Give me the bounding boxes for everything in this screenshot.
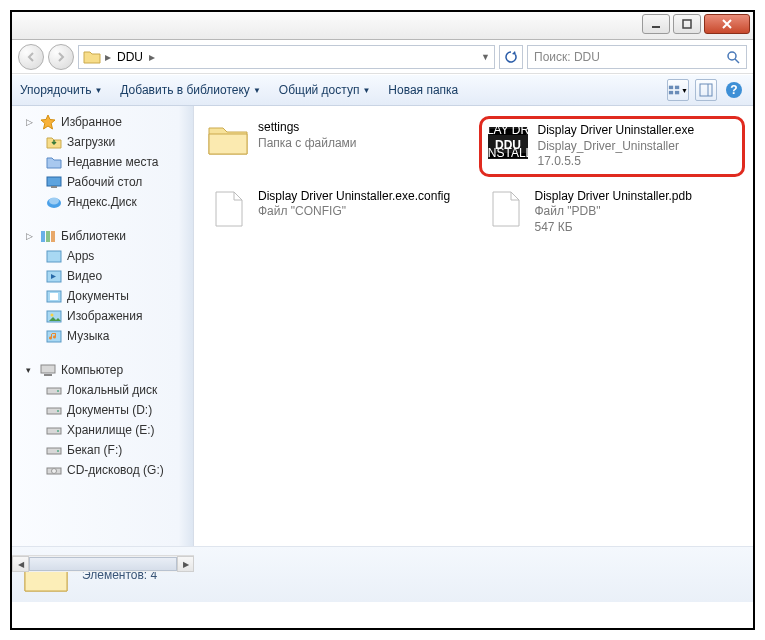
nav-forward-button[interactable] (48, 44, 74, 70)
nav-back-button[interactable] (18, 44, 44, 70)
svg-rect-7 (675, 91, 679, 94)
file-version: 17.0.5.5 (538, 154, 695, 170)
sidebar-hscrollbar[interactable]: ◀ ▶ (12, 555, 194, 572)
sidebar-item-video[interactable]: Видео (12, 266, 193, 286)
close-button[interactable] (704, 14, 750, 34)
organize-menu[interactable]: Упорядочить▼ (20, 83, 102, 97)
toolbar: Упорядочить▼ Добавить в библиотеку▼ Общи… (12, 74, 753, 106)
chevron-right-icon: ▸ (149, 50, 155, 64)
svg-point-35 (57, 450, 59, 452)
svg-rect-19 (47, 251, 61, 262)
svg-point-37 (52, 469, 57, 474)
breadcrumb[interactable]: ▸ DDU ▸ ▼ (78, 45, 495, 69)
preview-pane-button[interactable] (695, 79, 717, 101)
sidebar-item-desktop[interactable]: Рабочий стол (12, 172, 193, 192)
svg-point-31 (57, 410, 59, 412)
svg-text:UNINSTALLER: UNINSTALLER (486, 146, 530, 160)
sidebar-item-music[interactable]: Музыка (12, 326, 193, 346)
add-to-library-menu[interactable]: Добавить в библиотеку▼ (120, 83, 260, 97)
search-icon (726, 50, 740, 64)
file-name: Display Driver Uninstaller.pdb (535, 189, 692, 205)
sidebar-item-yandex[interactable]: Яндекс.Диск (12, 192, 193, 212)
help-button[interactable]: ? (723, 79, 745, 101)
maximize-button[interactable] (673, 14, 701, 34)
sidebar-item-drive-d[interactable]: Документы (D:) (12, 400, 193, 420)
sidebar-item-downloads[interactable]: Загрузки (12, 132, 193, 152)
file-name: Display Driver Uninstaller.exe.config (258, 189, 450, 205)
file-name: Display Driver Uninstaller.exe (538, 123, 695, 139)
file-item-pdb[interactable]: Display Driver Uninstaller.pdb Файл "PDB… (479, 185, 746, 240)
file-name: settings (258, 120, 357, 136)
svg-text:?: ? (730, 83, 737, 97)
svg-rect-8 (700, 84, 712, 96)
svg-line-3 (735, 59, 739, 63)
svg-rect-5 (675, 86, 679, 89)
svg-text:DISPLAY DRIVER: DISPLAY DRIVER (486, 123, 530, 137)
svg-point-29 (57, 390, 59, 392)
sidebar-item-local-disk[interactable]: Локальный диск (12, 380, 193, 400)
sidebar-item-apps[interactable]: Apps (12, 246, 193, 266)
file-item-exe-highlighted[interactable]: DISPLAY DRIVERDDUUNINSTALLER Display Dri… (479, 116, 746, 177)
sidebar-item-recent[interactable]: Недавние места (12, 152, 193, 172)
svg-rect-16 (41, 231, 45, 242)
app-icon: DISPLAY DRIVERDDUUNINSTALLER (486, 123, 530, 163)
svg-rect-6 (669, 91, 673, 94)
file-icon (206, 189, 250, 229)
svg-point-2 (728, 52, 736, 60)
chevron-right-icon: ▸ (105, 50, 111, 64)
minimize-button[interactable] (642, 14, 670, 34)
window-titlebar (12, 12, 753, 40)
view-options-button[interactable]: ▼ (667, 79, 689, 101)
sidebar-item-drive-e[interactable]: Хранилище (E:) (12, 420, 193, 440)
file-icon (483, 189, 527, 229)
scroll-right-button[interactable]: ▶ (177, 556, 194, 572)
svg-rect-1 (683, 20, 691, 28)
dropdown-icon[interactable]: ▼ (481, 52, 490, 62)
scroll-thumb[interactable] (29, 557, 177, 571)
sidebar-item-documents[interactable]: Документы (12, 286, 193, 306)
address-bar: ▸ DDU ▸ ▼ Поиск: DDU (12, 40, 753, 74)
breadcrumb-folder[interactable]: DDU (115, 50, 145, 64)
folder-icon (206, 120, 250, 160)
file-subtitle: Папка с файлами (258, 136, 357, 152)
search-input[interactable]: Поиск: DDU (527, 45, 747, 69)
sidebar-item-drive-f[interactable]: Бекап (F:) (12, 440, 193, 460)
svg-rect-4 (669, 86, 673, 89)
refresh-button[interactable] (499, 45, 523, 69)
search-placeholder: Поиск: DDU (534, 50, 600, 64)
svg-rect-18 (51, 231, 55, 242)
svg-point-24 (51, 314, 54, 317)
file-list-pane[interactable]: settings Папка с файлами DISPLAY DRIVERD… (194, 106, 753, 546)
file-item-folder[interactable]: settings Папка с файлами (202, 116, 469, 177)
new-folder-button[interactable]: Новая папка (388, 83, 458, 97)
scroll-left-button[interactable]: ◀ (12, 556, 29, 572)
sidebar-libraries-header[interactable]: ▷Библиотеки (12, 226, 193, 246)
svg-rect-13 (51, 186, 57, 188)
svg-point-33 (57, 430, 59, 432)
file-size: 547 КБ (535, 220, 692, 236)
sidebar-favorites-header[interactable]: ▷Избранное (12, 112, 193, 132)
svg-point-15 (49, 198, 59, 205)
svg-rect-12 (47, 177, 61, 186)
navigation-sidebar: ▷Избранное Загрузки Недавние места Рабоч… (12, 106, 194, 546)
file-subtitle: Display_Driver_Uninstaller (538, 139, 695, 155)
sidebar-item-cdrom[interactable]: CD-дисковод (G:) (12, 460, 193, 480)
sidebar-item-images[interactable]: Изображения (12, 306, 193, 326)
svg-rect-17 (46, 231, 50, 242)
file-item-config[interactable]: Display Driver Uninstaller.exe.config Фа… (202, 185, 469, 240)
share-menu[interactable]: Общий доступ▼ (279, 83, 371, 97)
sidebar-computer-header[interactable]: ▾Компьютер (12, 360, 193, 380)
file-subtitle: Файл "CONFIG" (258, 204, 450, 220)
svg-rect-22 (50, 293, 58, 300)
svg-rect-26 (41, 365, 55, 373)
folder-icon (83, 49, 101, 65)
svg-rect-27 (44, 374, 52, 376)
file-subtitle: Файл "PDB" (535, 204, 692, 220)
